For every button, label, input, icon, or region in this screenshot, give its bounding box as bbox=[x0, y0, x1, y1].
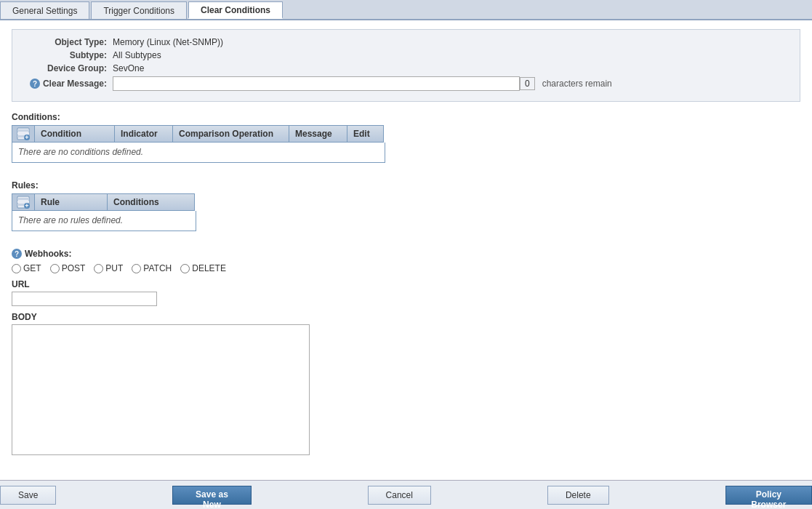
indicator-column-header: Indicator bbox=[115, 125, 173, 143]
method-put-radio[interactable] bbox=[94, 264, 103, 273]
tab-trigger-conditions-label: Trigger Conditions bbox=[103, 6, 174, 16]
footer: Save Save as New Cancel Delete Policy Br… bbox=[0, 480, 812, 509]
rules-section: Rules: + Rule Conditions There are n bbox=[12, 180, 800, 231]
add-icon: + bbox=[17, 196, 30, 209]
body-label: BODY bbox=[12, 312, 800, 322]
rules-grid-header: + Rule Conditions bbox=[12, 193, 800, 211]
clear-message-row: ? Clear Message: 0 characters remain bbox=[27, 76, 785, 91]
comparison-column-header: Comparison Operation bbox=[173, 125, 289, 143]
delete-button[interactable]: Delete bbox=[547, 486, 609, 505]
method-post[interactable]: POST bbox=[50, 263, 86, 273]
add-icon: + bbox=[17, 127, 30, 140]
chars-count: 0 bbox=[520, 77, 535, 90]
device-group-label: Device Group: bbox=[27, 63, 107, 73]
method-put-label: PUT bbox=[105, 263, 123, 273]
rules-empty-message: There are no rules defined. bbox=[12, 211, 196, 230]
info-box: Object Type: Memory (Linux (Net-SNMP)) S… bbox=[12, 29, 800, 102]
conditions-section: Conditions: + Condition Indicator Comp bbox=[12, 112, 800, 163]
method-get-radio[interactable] bbox=[12, 264, 21, 273]
object-type-value: Memory (Linux (Net-SNMP)) bbox=[113, 37, 223, 47]
svg-rect-7 bbox=[17, 198, 29, 200]
method-post-label: POST bbox=[62, 263, 86, 273]
method-delete-radio[interactable] bbox=[180, 264, 190, 273]
policy-browser-button[interactable]: Policy Browser bbox=[725, 486, 812, 505]
svg-text:+: + bbox=[25, 202, 28, 209]
tab-general-settings-label: General Settings bbox=[12, 6, 77, 16]
cancel-button[interactable]: Cancel bbox=[368, 486, 431, 505]
save-button[interactable]: Save bbox=[0, 486, 56, 505]
webhooks-section: ? Webhooks: GET POST PUT PATCH DELE bbox=[12, 249, 800, 457]
conditions-add-button[interactable]: + bbox=[12, 125, 35, 143]
url-input[interactable] bbox=[12, 292, 157, 306]
clear-message-help-icon[interactable]: ? bbox=[30, 79, 40, 89]
tabs-bar: General Settings Trigger Conditions Clea… bbox=[0, 0, 812, 20]
object-type-row: Object Type: Memory (Linux (Net-SNMP)) bbox=[27, 37, 785, 47]
save-as-new-button[interactable]: Save as New bbox=[172, 486, 251, 505]
device-group-value: SevOne bbox=[113, 63, 144, 73]
conditions-empty-message: There are no conditions defined. bbox=[12, 143, 385, 161]
message-column-header: Message bbox=[289, 125, 347, 143]
method-put[interactable]: PUT bbox=[94, 263, 123, 273]
conditions-col-header: Conditions bbox=[108, 193, 195, 211]
condition-column-header: Condition bbox=[35, 125, 115, 143]
edit-column-header: Edit bbox=[347, 125, 384, 143]
conditions-grid-body: There are no conditions defined. bbox=[12, 143, 385, 163]
subtype-label: Subtype: bbox=[27, 50, 107, 60]
webhooks-help-icon[interactable]: ? bbox=[12, 249, 22, 259]
conditions-grid-header: + Condition Indicator Comparison Operati… bbox=[12, 125, 800, 143]
object-type-label: Object Type: bbox=[27, 37, 107, 47]
method-post-radio[interactable] bbox=[50, 264, 60, 273]
url-label: URL bbox=[12, 279, 800, 289]
clear-message-label: ? Clear Message: bbox=[27, 79, 107, 89]
conditions-section-label: Conditions: bbox=[12, 112, 800, 122]
main-content: Object Type: Memory (Linux (Net-SNMP)) S… bbox=[0, 20, 812, 480]
rule-column-header: Rule bbox=[35, 193, 108, 211]
method-get-label: GET bbox=[23, 263, 41, 273]
rules-add-button[interactable]: + bbox=[12, 193, 35, 211]
webhooks-label-text: Webhooks: bbox=[25, 249, 71, 259]
tab-clear-conditions[interactable]: Clear Conditions bbox=[188, 1, 283, 19]
method-patch[interactable]: PATCH bbox=[132, 263, 172, 273]
method-delete-label: DELETE bbox=[192, 263, 226, 273]
tab-clear-conditions-label: Clear Conditions bbox=[201, 5, 270, 15]
method-get[interactable]: GET bbox=[12, 263, 41, 273]
http-method-group: GET POST PUT PATCH DELETE bbox=[12, 263, 800, 273]
subtype-value: All Subtypes bbox=[113, 50, 161, 60]
clear-message-input[interactable] bbox=[113, 76, 520, 91]
tab-general-settings[interactable]: General Settings bbox=[0, 1, 89, 19]
device-group-row: Device Group: SevOne bbox=[27, 63, 785, 73]
rules-section-label: Rules: bbox=[12, 180, 800, 191]
tab-trigger-conditions[interactable]: Trigger Conditions bbox=[91, 1, 187, 19]
rules-grid-body: There are no rules defined. bbox=[12, 211, 196, 231]
method-delete[interactable]: DELETE bbox=[180, 263, 226, 273]
method-patch-label: PATCH bbox=[143, 263, 172, 273]
svg-text:+: + bbox=[25, 134, 28, 140]
webhooks-label: ? Webhooks: bbox=[12, 249, 800, 259]
chars-remain-label: characters remain bbox=[542, 79, 612, 89]
method-patch-radio[interactable] bbox=[132, 264, 141, 273]
body-textarea[interactable] bbox=[12, 324, 310, 455]
subtype-row: Subtype: All Subtypes bbox=[27, 50, 785, 60]
svg-rect-1 bbox=[17, 129, 29, 132]
